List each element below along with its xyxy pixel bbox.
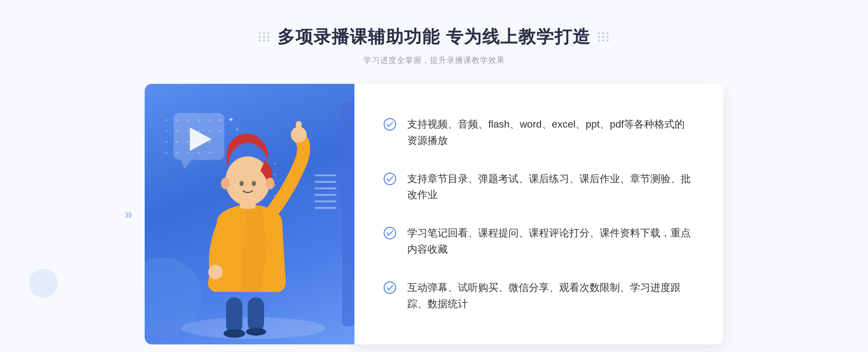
svg-rect-57 xyxy=(296,121,302,136)
svg-point-68 xyxy=(384,282,396,293)
feature-item-1: 支持视频、音频、flash、word、excel、ppt、pdf等各种格式的资源… xyxy=(383,106,694,160)
svg-rect-48 xyxy=(315,194,336,196)
svg-text:✦: ✦ xyxy=(228,116,234,124)
svg-rect-53 xyxy=(248,297,264,332)
svg-rect-45 xyxy=(315,175,336,176)
header-dots-right xyxy=(598,32,609,42)
svg-point-64 xyxy=(266,178,275,189)
header-subtitle: 学习进度全掌握，提升录播课教学效果 xyxy=(259,55,609,66)
svg-point-6 xyxy=(165,130,167,132)
svg-rect-50 xyxy=(315,207,336,209)
svg-point-60 xyxy=(225,156,270,206)
svg-point-17 xyxy=(165,152,167,154)
svg-point-27 xyxy=(274,173,276,176)
features-card: 支持视频、音频、flash、word、excel、ppt、pdf等各种格式的资源… xyxy=(354,84,723,344)
svg-rect-49 xyxy=(315,201,336,202)
svg-point-12 xyxy=(165,141,167,143)
svg-point-65 xyxy=(384,119,396,130)
page-title: 多项录播课辅助功能 专为线上教学打造 xyxy=(277,25,590,48)
svg-point-58 xyxy=(208,265,223,279)
header-section: 多项录播课辅助功能 专为线上教学打造 学习进度全掌握，提升录播课教学效果 xyxy=(259,0,609,66)
check-icon-2 xyxy=(383,172,396,185)
header-title-row: 多项录播课辅助功能 专为线上教学打造 xyxy=(259,25,609,48)
check-icon-4 xyxy=(383,281,396,294)
deco-circle-bottom-left xyxy=(29,269,58,298)
illustration-card: ✦ ✦ xyxy=(145,84,354,344)
page-wrapper: // generate dots 多项录播课辅助功能 专为线上教学打造 学习进度… xyxy=(0,0,868,352)
left-arrows-decoration: » xyxy=(125,206,132,222)
feature-text-1: 支持视频、音频、flash、word、excel、ppt、pdf等各种格式的资源… xyxy=(407,116,694,149)
header-dots-left xyxy=(259,32,270,42)
svg-point-0 xyxy=(165,119,167,121)
feature-item-4: 互动弹幕、试听购买、微信分享、观看次数限制、学习进度跟踪、数据统计 xyxy=(383,269,694,323)
check-icon-3 xyxy=(383,227,396,240)
svg-point-61 xyxy=(239,181,244,186)
svg-point-62 xyxy=(252,181,256,186)
svg-text:✦: ✦ xyxy=(235,126,239,132)
main-content: ✦ ✦ xyxy=(145,84,723,344)
feature-text-4: 互动弹幕、试听购买、微信分享、观看次数限制、学习进度跟踪、数据统计 xyxy=(407,280,694,312)
bg-dots-left: // generate dots xyxy=(36,65,80,139)
svg-point-54 xyxy=(224,329,245,338)
svg-point-67 xyxy=(384,227,396,239)
check-icon-1 xyxy=(383,118,396,131)
svg-point-66 xyxy=(384,173,396,185)
feature-text-2: 支持章节目录、弹题考试、课后练习、课后作业、章节测验、批改作业 xyxy=(407,171,694,203)
svg-rect-46 xyxy=(315,181,336,183)
svg-point-55 xyxy=(246,328,266,336)
svg-rect-44 xyxy=(342,102,354,326)
svg-rect-47 xyxy=(315,188,336,189)
feature-item-3: 学习笔记回看、课程提问、课程评论打分、课件资料下载，重点内容收藏 xyxy=(383,214,694,269)
svg-marker-39 xyxy=(181,160,192,169)
illustration-svg: ✦ ✦ xyxy=(145,84,354,344)
feature-text-3: 学习笔记回看、课程提问、课程评论打分、课件资料下载，重点内容收藏 xyxy=(407,225,694,258)
svg-rect-52 xyxy=(226,297,242,334)
feature-item-2: 支持章节目录、弹题考试、课后练习、课后作业、章节测验、批改作业 xyxy=(383,160,694,215)
svg-point-63 xyxy=(221,178,230,189)
svg-point-24 xyxy=(274,163,276,165)
